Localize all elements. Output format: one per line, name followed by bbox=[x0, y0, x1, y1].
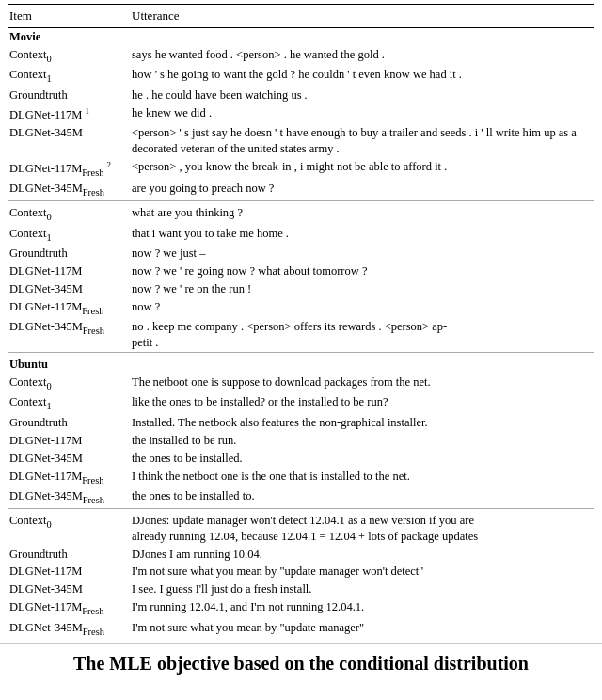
utterance-cell: like the ones to be installed? or the in… bbox=[130, 393, 594, 414]
item-cell: Context0 bbox=[8, 46, 130, 67]
utterance-cell: now ? bbox=[130, 298, 594, 319]
item-cell: DLGNet-117M bbox=[8, 432, 130, 450]
utterance-cell: DJones I am running 10.04. bbox=[130, 546, 594, 564]
item-cell: DLGNet-345MFresh bbox=[8, 180, 130, 200]
item-cell: Groundtruth bbox=[8, 87, 130, 104]
table-row: Context0The netboot one is suppose to do… bbox=[8, 374, 594, 394]
utterance-cell: I think the netboot one is the one that … bbox=[130, 468, 594, 488]
table-row: DLGNet-117MFreshnow ? bbox=[8, 298, 594, 319]
utterance-cell: DJones: update manager won't detect 12.0… bbox=[130, 508, 594, 545]
utterance-cell: the ones to be installed to. bbox=[130, 487, 594, 508]
utterance-cell: The netboot one is suppose to download p… bbox=[130, 374, 594, 394]
item-cell: Groundtruth bbox=[8, 546, 130, 564]
table-row: Context0says he wanted food . <person> .… bbox=[8, 46, 594, 67]
item-cell: DLGNet-345M bbox=[8, 280, 130, 298]
table-row: Context1like the ones to be installed? o… bbox=[8, 393, 594, 414]
col-item-header: Item bbox=[8, 5, 130, 28]
col-utterance-header: Utterance bbox=[130, 5, 594, 28]
table-row: DLGNet-117MFreshI think the netboot one … bbox=[8, 468, 594, 488]
table-row: DLGNet-345Mthe ones to be installed. bbox=[8, 450, 594, 468]
utterance-cell: I'm running 12.04.1, and I'm not running… bbox=[130, 598, 594, 619]
utterance-cell: I'm not sure what you mean by "update ma… bbox=[130, 619, 594, 640]
utterance-cell: the installed to be run. bbox=[130, 432, 594, 450]
item-cell: Ubuntu bbox=[8, 353, 130, 374]
table-row: Context0what are you thinking ? bbox=[8, 200, 594, 224]
table-row: DLGNet-345MFreshI'm not sure what you me… bbox=[8, 619, 594, 640]
item-cell: DLGNet-117MFresh 2 bbox=[8, 158, 130, 181]
main-table-container: Item Utterance MovieContext0says he want… bbox=[0, 0, 602, 639]
item-cell: Context0 bbox=[8, 374, 130, 394]
table-row: DLGNet-345MFreshno . keep me company . <… bbox=[8, 318, 594, 352]
utterance-cell: he knew we did . bbox=[130, 104, 594, 124]
utterance-cell: are you going to preach now ? bbox=[130, 180, 594, 200]
item-cell: DLGNet-345MFresh bbox=[8, 318, 130, 352]
utterance-cell: no . keep me company . <person> offers i… bbox=[130, 318, 594, 352]
bottom-title: The MLE objective based on the condition… bbox=[0, 643, 602, 678]
table-row: DLGNet-345M<person> ' s just say he does… bbox=[8, 124, 594, 158]
table-row: DLGNet-117MI'm not sure what you mean by… bbox=[8, 563, 594, 581]
table-body: MovieContext0says he wanted food . <pers… bbox=[8, 28, 594, 640]
table-header-row: Item Utterance bbox=[8, 5, 594, 28]
item-cell: Context0 bbox=[8, 200, 130, 224]
item-cell: DLGNet-345M bbox=[8, 581, 130, 598]
utterance-cell: I'm not sure what you mean by "update ma… bbox=[130, 563, 594, 581]
table-row: Context1how ' s he going to want the gol… bbox=[8, 66, 594, 87]
item-cell: Groundtruth bbox=[8, 414, 130, 432]
data-table: Item Utterance MovieContext0says he want… bbox=[8, 4, 594, 639]
table-row: DLGNet-117Mthe installed to be run. bbox=[8, 432, 594, 450]
table-row: Groundtruthnow ? we just – bbox=[8, 245, 594, 262]
table-row: DLGNet-117M 1he knew we did . bbox=[8, 104, 594, 124]
item-cell: DLGNet-117M bbox=[8, 563, 130, 581]
table-row: DLGNet-117MFreshI'm running 12.04.1, and… bbox=[8, 598, 594, 619]
utterance-cell: now ? we ' re on the run ! bbox=[130, 280, 594, 298]
table-row: DLGNet-117MFresh 2<person> , you know th… bbox=[8, 158, 594, 181]
item-cell: DLGNet-345MFresh bbox=[8, 619, 130, 640]
utterance-cell: <person> ' s just say he doesn ' t have … bbox=[130, 124, 594, 158]
utterance-cell: says he wanted food . <person> . he want… bbox=[130, 46, 594, 67]
table-row: Context1that i want you to take me home … bbox=[8, 225, 594, 246]
item-cell: DLGNet-117MFresh bbox=[8, 598, 130, 619]
item-cell: DLGNet-345M bbox=[8, 124, 130, 158]
table-row: DLGNet-117Mnow ? we ' re going now ? wha… bbox=[8, 262, 594, 280]
item-cell: Context0 bbox=[8, 508, 130, 545]
table-row: Context0DJones: update manager won't det… bbox=[8, 508, 594, 545]
item-cell: Context1 bbox=[8, 225, 130, 246]
utterance-cell: now ? we just – bbox=[130, 245, 594, 262]
utterance-cell: I see. I guess I'll just do a fresh inst… bbox=[130, 581, 594, 598]
item-cell: DLGNet-345MFresh bbox=[8, 487, 130, 508]
table-row: DLGNet-345MI see. I guess I'll just do a… bbox=[8, 581, 594, 598]
table-row: DLGNet-345MFreshthe ones to be installed… bbox=[8, 487, 594, 508]
utterance-cell: what are you thinking ? bbox=[130, 200, 594, 224]
table-row: Ubuntu bbox=[8, 353, 594, 374]
utterance-cell: he . he could have been watching us . bbox=[130, 87, 594, 104]
table-row: DLGNet-345MFreshare you going to preach … bbox=[8, 180, 594, 200]
utterance-cell bbox=[130, 353, 594, 374]
utterance-cell bbox=[130, 28, 594, 46]
utterance-cell: now ? we ' re going now ? what about tom… bbox=[130, 262, 594, 280]
utterance-cell: Installed. The netbook also features the… bbox=[130, 414, 594, 432]
item-cell: Groundtruth bbox=[8, 245, 130, 262]
item-cell: Context1 bbox=[8, 393, 130, 414]
table-row: GroundtruthDJones I am running 10.04. bbox=[8, 546, 594, 564]
utterance-cell: <person> , you know the break-in , i mig… bbox=[130, 158, 594, 181]
item-cell: DLGNet-117M bbox=[8, 262, 130, 280]
utterance-cell: that i want you to take me home . bbox=[130, 225, 594, 246]
item-cell: DLGNet-117M 1 bbox=[8, 104, 130, 124]
utterance-cell: the ones to be installed. bbox=[130, 450, 594, 468]
table-row: Movie bbox=[8, 28, 594, 46]
table-row: DLGNet-345Mnow ? we ' re on the run ! bbox=[8, 280, 594, 298]
item-cell: Movie bbox=[8, 28, 130, 46]
item-cell: DLGNet-117MFresh bbox=[8, 298, 130, 319]
table-row: GroundtruthInstalled. The netbook also f… bbox=[8, 414, 594, 432]
table-row: Groundtruthhe . he could have been watch… bbox=[8, 87, 594, 104]
item-cell: DLGNet-345M bbox=[8, 450, 130, 468]
item-cell: DLGNet-117MFresh bbox=[8, 468, 130, 488]
item-cell: Context1 bbox=[8, 66, 130, 87]
utterance-cell: how ' s he going to want the gold ? he c… bbox=[130, 66, 594, 87]
